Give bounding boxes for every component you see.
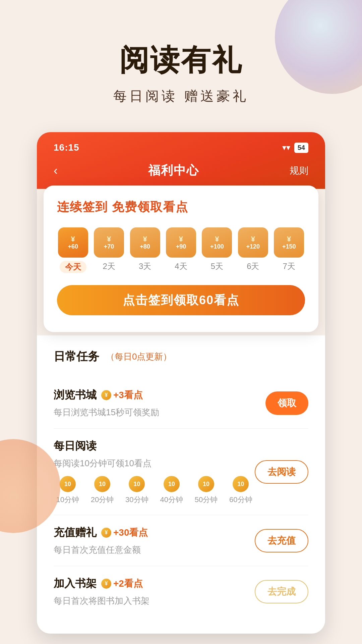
task-btn-3[interactable]: 去充值 [255, 529, 308, 552]
day-item-3[interactable]: ¥+803天 [129, 227, 161, 273]
day-item-5[interactable]: ¥+1005天 [201, 227, 233, 273]
task-name-4: 加入书架 [54, 576, 97, 591]
tasks-list: 浏览书城¥+3看点每日浏览书城15秒可领奖励领取每日阅读每阅读10分钟可领10看… [54, 378, 308, 617]
task-name-row-1: 浏览书城¥+3看点 [54, 388, 265, 402]
status-icons: ▾▾ 54 [282, 143, 308, 153]
progress-item-3: 1030分钟 [123, 476, 151, 505]
task-info-4: 加入书架¥+2看点每日首次将图书加入书架 [54, 576, 255, 607]
tasks-header: 日常任务 （每日0点更新） [54, 349, 308, 364]
tasks-title: 日常任务 [54, 349, 99, 364]
day-coin-4: ¥+90 [166, 227, 196, 258]
day-coin-5: ¥+100 [202, 227, 232, 258]
coin-amount-1: +60 [68, 244, 78, 250]
day-item-6[interactable]: ¥+1206天 [237, 227, 269, 273]
back-button[interactable]: ‹ [54, 164, 58, 178]
hero-subtitle: 每日阅读 赠送豪礼 [20, 87, 342, 105]
progress-coin-amount: 10 [99, 481, 106, 488]
day-label-6: 6天 [247, 261, 259, 272]
battery-indicator: 54 [294, 143, 308, 153]
reading-progress-2: 1010分钟1020分钟1030分钟1040分钟1050分钟1060分钟 [54, 476, 255, 505]
progress-coin-4: 10 [164, 476, 180, 492]
coin-amount-4: +90 [176, 244, 186, 250]
progress-label-6: 60分钟 [229, 495, 252, 505]
phone-mockup: 16:15 ▾▾ 54 ‹ 福利中心 规则 连续签到 免费领取看点 ¥+60今天… [37, 132, 325, 634]
reward-coin-icon: ¥ [101, 390, 111, 400]
task-btn-1[interactable]: 领取 [265, 391, 308, 415]
coin-amount-2: +70 [104, 244, 114, 250]
progress-label-3: 30分钟 [125, 495, 148, 505]
progress-label-1: 10分钟 [56, 495, 79, 505]
progress-item-5: 1050分钟 [192, 476, 220, 505]
coin-amount-6: +120 [246, 244, 260, 250]
task-name-3: 充值赠礼 [54, 525, 97, 540]
coin-symbol: ¥ [215, 235, 219, 243]
coin-amount-7: +150 [282, 244, 296, 250]
day-label-2: 2天 [103, 261, 115, 272]
day-item-2[interactable]: ¥+702天 [93, 227, 125, 273]
coin-symbol: ¥ [143, 235, 147, 243]
signin-title: 连续签到 免费领取看点 [57, 199, 305, 215]
progress-coin-amount: 10 [133, 481, 140, 488]
task-info-1: 浏览书城¥+3看点每日浏览书城15秒可领奖励 [54, 388, 265, 418]
signin-button[interactable]: 点击签到领取60看点 [57, 285, 305, 315]
day-coin-3: ¥+80 [130, 227, 160, 258]
task-btn-4[interactable]: 去完成 [255, 580, 308, 603]
tasks-update-note: （每日0点更新） [106, 351, 172, 363]
progress-item-4: 1040分钟 [158, 476, 185, 505]
progress-coin-5: 10 [198, 476, 214, 492]
task-name-1: 浏览书城 [54, 388, 97, 402]
tasks-section: 日常任务 （每日0点更新） 浏览书城¥+3看点每日浏览书城15秒可领奖励领取每日… [37, 335, 325, 634]
nav-bar: ‹ 福利中心 规则 [54, 156, 308, 189]
day-coin-1: ¥+60 [58, 227, 88, 258]
day-label-5: 5天 [211, 261, 223, 272]
reward-coin-icon: ¥ [101, 528, 111, 538]
task-reward-4: ¥+2看点 [101, 577, 143, 590]
progress-label-2: 20分钟 [91, 495, 114, 505]
task-item-4: 加入书架¥+2看点每日首次将图书加入书架去完成 [54, 566, 308, 617]
day-item-4[interactable]: ¥+904天 [165, 227, 197, 273]
phone-header: 16:15 ▾▾ 54 ‹ 福利中心 规则 [37, 132, 325, 189]
progress-coin-6: 10 [233, 476, 249, 492]
day-coin-2: ¥+70 [94, 227, 124, 258]
nav-title: 福利中心 [148, 162, 199, 179]
day-label-3: 3天 [139, 261, 151, 272]
progress-coin-amount: 10 [64, 481, 71, 488]
task-item-1: 浏览书城¥+3看点每日浏览书城15秒可领奖励领取 [54, 378, 308, 429]
progress-coin-amount: 10 [168, 481, 175, 488]
day-coin-7: ¥+150 [274, 227, 304, 258]
day-label-1: 今天 [60, 261, 86, 273]
signin-days-row: ¥+60今天¥+702天¥+803天¥+904天¥+1005天¥+1206天¥+… [57, 227, 305, 273]
day-item-7[interactable]: ¥+1507天 [273, 227, 305, 273]
task-desc-2: 每阅读10分钟可领10看点 [54, 458, 255, 469]
wifi-icon: ▾▾ [282, 143, 290, 152]
progress-coin-3: 10 [129, 476, 145, 492]
progress-coin-2: 10 [94, 476, 110, 492]
progress-coin-amount: 10 [203, 481, 209, 488]
progress-coin-amount: 10 [237, 481, 244, 488]
task-item-2: 每日阅读每阅读10分钟可领10看点1010分钟1020分钟1030分钟1040分… [54, 429, 308, 515]
progress-item-2: 1020分钟 [88, 476, 116, 505]
status-time: 16:15 [54, 142, 79, 153]
progress-label-4: 40分钟 [160, 495, 183, 505]
progress-item-6: 1060分钟 [227, 476, 255, 505]
day-item-1[interactable]: ¥+60今天 [57, 227, 89, 273]
task-name-2: 每日阅读 [54, 439, 97, 453]
task-item-3: 充值赠礼¥+30看点每日首次充值任意金额去充值 [54, 515, 308, 566]
task-desc-3: 每日首次充值任意金额 [54, 544, 255, 556]
task-btn-2[interactable]: 去阅读 [255, 460, 308, 484]
task-desc-4: 每日首次将图书加入书架 [54, 595, 255, 607]
task-info-2: 每日阅读每阅读10分钟可领10看点1010分钟1020分钟1030分钟1040分… [54, 439, 255, 505]
task-reward-1: ¥+3看点 [101, 389, 143, 401]
coin-symbol: ¥ [107, 235, 111, 243]
coin-amount-5: +100 [210, 244, 224, 250]
task-reward-3: ¥+30看点 [101, 526, 148, 539]
day-label-4: 4天 [175, 261, 187, 272]
coin-symbol: ¥ [287, 235, 291, 243]
progress-label-5: 50分钟 [195, 495, 218, 505]
rule-button[interactable]: 规则 [290, 164, 308, 177]
coin-amount-3: +80 [140, 244, 150, 250]
day-label-7: 7天 [283, 261, 295, 272]
reward-coin-icon: ¥ [101, 579, 111, 589]
task-name-row-2: 每日阅读 [54, 439, 255, 453]
task-name-row-4: 加入书架¥+2看点 [54, 576, 255, 591]
